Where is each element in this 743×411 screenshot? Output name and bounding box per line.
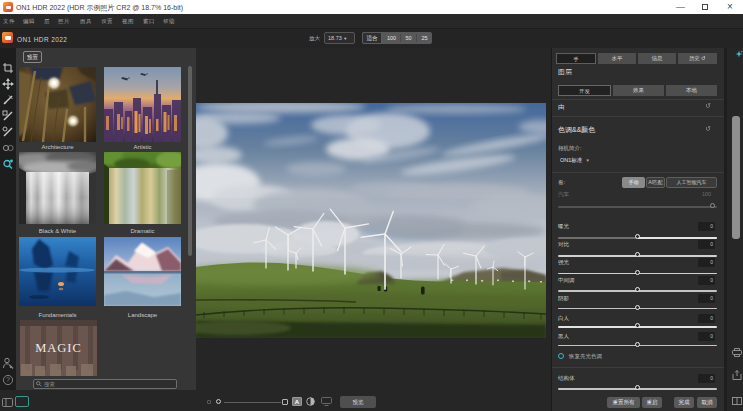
svg-text:MAGIC: MAGIC — [35, 341, 82, 355]
svg-text:?: ? — [6, 376, 10, 383]
